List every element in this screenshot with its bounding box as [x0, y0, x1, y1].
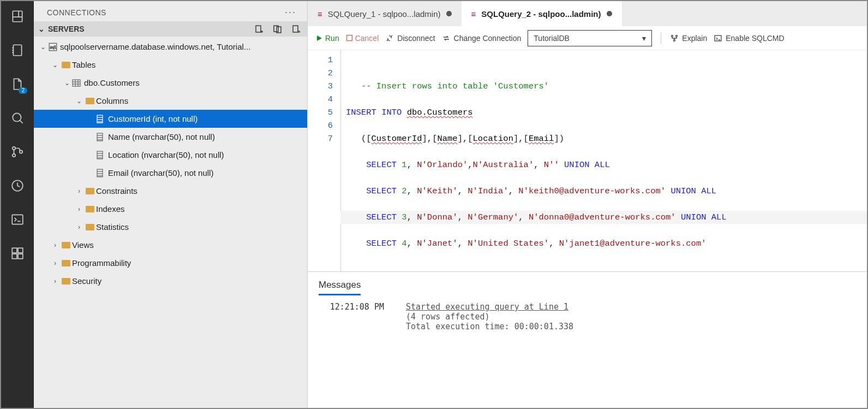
- tab-sqlquery1[interactable]: ≡ SQLQuery_1 - sqlpoo...ladmin): [308, 1, 462, 26]
- col-customerid-label: CustomerId (int, not null): [108, 114, 197, 123]
- line-number: 5: [308, 106, 333, 119]
- tree-column-customerid[interactable]: CustomerId (int, not null): [34, 110, 307, 128]
- database-select[interactable]: TutorialDB ▾: [528, 30, 652, 46]
- messages-panel: Messages 12:21:08 PM Started executing q…: [308, 271, 867, 408]
- tree-tables-node[interactable]: ⌄ Tables: [34, 56, 307, 74]
- kw: UNION ALL: [671, 186, 716, 196]
- section-toolbar: [255, 25, 301, 33]
- tree-indexes-node[interactable]: › Indexes: [34, 200, 307, 218]
- search-icon[interactable]: [10, 110, 25, 126]
- new-server-icon[interactable]: [292, 25, 301, 33]
- punct: ,: [407, 212, 417, 222]
- ident: dbo.Customers: [407, 108, 473, 117]
- disconnect-button[interactable]: Disconnect: [385, 34, 435, 43]
- sidebar: CONNECTIONS ··· ⌄ SERVERS ⌄ sql sqlpools…: [34, 1, 308, 408]
- run-button[interactable]: Run: [315, 34, 339, 43]
- message-line1: Started executing query at Line 1: [406, 302, 573, 312]
- query-toolbar: Run Cancel Disconnect Change Connection …: [308, 26, 867, 50]
- enable-sqlcmd-label: Enable SQLCMD: [726, 34, 784, 43]
- code-line: ([CustomerId],[Name],[Location],[Email]): [340, 132, 867, 145]
- tab-sqlquery2[interactable]: ≡ SQLQuery_2 - sqlpoo...ladmin): [462, 1, 622, 26]
- message-line3: Total execution time: 00:00:01.338: [406, 322, 573, 331]
- tree-table-dbocustomers[interactable]: ⌄ dbo.Customers: [34, 74, 307, 92]
- tree-security-node[interactable]: › Security: [34, 272, 307, 290]
- enable-sqlcmd-button[interactable]: Enable SQLCMD: [714, 34, 784, 43]
- line-number: 6: [308, 119, 333, 132]
- source-control-icon[interactable]: [10, 144, 25, 159]
- tree-statistics-node[interactable]: › Statistics: [34, 218, 307, 236]
- explain-button[interactable]: Explain: [670, 34, 707, 43]
- tree-server-node[interactable]: ⌄ sql sqlpoolservername.database.windows…: [34, 38, 307, 56]
- col-email-label: Email (nvarchar(50), not null): [108, 168, 213, 177]
- svg-point-25: [298, 31, 300, 33]
- tree-column-email[interactable]: Email (nvarchar(50), not null): [34, 164, 307, 182]
- tree-column-location[interactable]: Location (nvarchar(50), not null): [34, 146, 307, 164]
- change-connection-button[interactable]: Change Connection: [442, 34, 522, 43]
- str: N'India': [468, 186, 508, 196]
- folder-icon: [60, 60, 72, 69]
- chevron-down-icon: ⌄: [38, 25, 45, 33]
- sidebar-title: CONNECTIONS: [47, 8, 106, 17]
- tree-constraints-node[interactable]: › Constraints: [34, 182, 307, 200]
- cancel-button[interactable]: Cancel: [346, 34, 379, 43]
- ident: Name: [437, 134, 457, 144]
- chevron-right-icon: ›: [74, 223, 84, 231]
- tree-programmability-node[interactable]: › Programmability: [34, 254, 307, 272]
- server-icon[interactable]: [10, 9, 25, 24]
- database-select-value: TutorialDB: [534, 34, 570, 43]
- line-number: 7: [308, 132, 333, 145]
- tables-label: Tables: [72, 60, 95, 69]
- ident: Email: [529, 134, 554, 144]
- column-icon: [96, 115, 108, 123]
- kw: UNION ALL: [564, 160, 610, 170]
- punct: ],[: [458, 134, 473, 144]
- tasks-icon[interactable]: [10, 178, 25, 193]
- line-number: 1: [308, 54, 333, 67]
- str: N'Janet': [417, 239, 457, 248]
- svg-rect-3: [13, 45, 21, 56]
- new-group-icon[interactable]: [273, 25, 282, 33]
- svg-rect-19: [256, 26, 261, 32]
- separator: [661, 32, 661, 44]
- str: N'': [544, 160, 559, 170]
- messages-tab[interactable]: Messages: [319, 280, 361, 295]
- col-name-label: Name (nvarchar(50), not null): [108, 132, 215, 141]
- servers-section-header[interactable]: ⌄ SERVERS: [34, 21, 307, 37]
- chevron-right-icon: ›: [50, 241, 60, 249]
- constraints-label: Constraints: [96, 186, 137, 195]
- notebook-icon[interactable]: [10, 43, 25, 58]
- chevron-down-icon: ⌄: [50, 61, 60, 69]
- svg-marker-49: [317, 35, 322, 41]
- svg-rect-15: [12, 248, 17, 253]
- punct: ,: [534, 160, 544, 170]
- dirty-dot-icon: [607, 11, 612, 16]
- terminal-icon[interactable]: [10, 212, 25, 227]
- extensions-icon[interactable]: [10, 246, 25, 261]
- more-icon[interactable]: ···: [285, 7, 296, 18]
- tree-views-node[interactable]: › Views: [34, 236, 307, 254]
- cancel-label: Cancel: [355, 34, 379, 43]
- tree-columns-node[interactable]: ⌄ Columns: [34, 92, 307, 110]
- folder-icon: [84, 96, 96, 105]
- svg-rect-28: [73, 80, 80, 86]
- kw: INSERT: [346, 108, 376, 117]
- chevron-down-icon: ⌄: [62, 79, 72, 87]
- punct: ,: [518, 212, 529, 222]
- folder-icon: [84, 204, 96, 214]
- dirty-dot-icon: [446, 11, 452, 16]
- svg-line-8: [20, 120, 22, 123]
- ident: Location: [473, 134, 513, 144]
- new-connection-icon[interactable]: [255, 25, 264, 33]
- change-connection-label: Change Connection: [454, 34, 522, 43]
- explorer-badge: 2: [19, 87, 27, 94]
- punct: ,: [458, 212, 468, 222]
- message-time: 12:21:08 PM: [319, 302, 384, 331]
- column-icon: [96, 169, 108, 177]
- database-icon: ≡: [318, 9, 322, 19]
- code-editor[interactable]: 1 2 3 4 5 6 7 -- Insert rows into table …: [308, 50, 867, 271]
- tree-column-name[interactable]: Name (nvarchar(50), not null): [34, 128, 307, 146]
- svg-rect-54: [715, 35, 721, 41]
- editor-area: ≡ SQLQuery_1 - sqlpoo...ladmin) ≡ SQLQue…: [308, 1, 867, 408]
- explorer-icon[interactable]: 2: [10, 76, 25, 92]
- svg-rect-13: [12, 215, 23, 224]
